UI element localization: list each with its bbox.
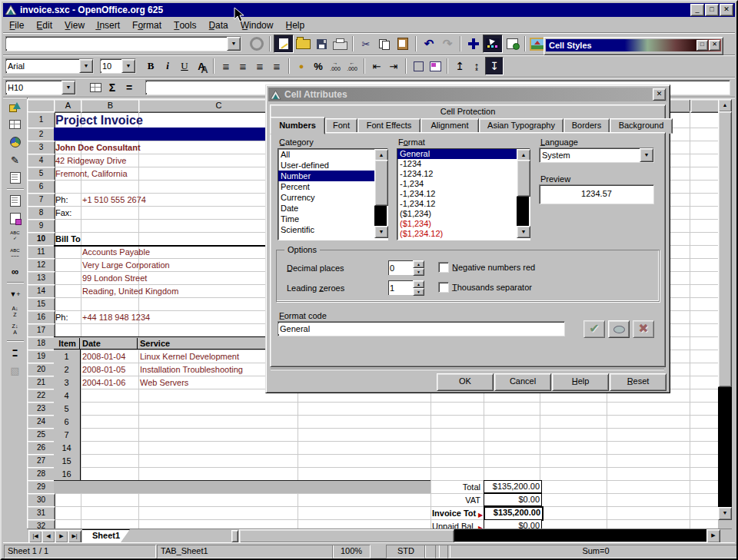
language-dropdown-button[interactable]: ▼	[640, 148, 653, 162]
category-item-scientific[interactable]: Scientific	[278, 224, 387, 235]
format-scrollbar[interactable]: ▲ ▼	[517, 149, 529, 238]
title-bar[interactable]: invoice.sxc - OpenOffice.org 625 _ □ ✕	[3, 3, 735, 17]
spin-down-button[interactable]: ▼	[413, 288, 424, 296]
cell-client-line[interactable]: Accounts Payable	[82, 247, 150, 258]
stylist-maximize-button[interactable]: □	[696, 40, 708, 51]
tab-font[interactable]: Font	[325, 118, 357, 134]
item-number-cell[interactable]: 7	[54, 429, 79, 441]
item-number-cell[interactable]: 2	[54, 364, 79, 376]
category-item-time[interactable]: Time	[278, 214, 387, 224]
menu-file[interactable]: F̲ile	[3, 18, 30, 32]
format-item-8[interactable]: ($1,234.12)	[397, 229, 530, 239]
total-label-1[interactable]: Total	[357, 482, 480, 493]
save-button[interactable]	[312, 35, 331, 52]
category-item-number[interactable]: Number	[278, 171, 387, 181]
number-format-currency-button[interactable]: ●	[293, 58, 310, 75]
format-item-1[interactable]: -1234	[397, 159, 530, 169]
tab-cell-protection[interactable]: Cell Protection	[270, 104, 666, 120]
comment-button[interactable]	[608, 320, 630, 338]
autofilter-button[interactable]: ▼+	[5, 286, 25, 303]
next-sheet-button[interactable]: ▶	[55, 530, 68, 543]
cell-fax-label[interactable]: Fax:	[55, 207, 71, 219]
cell-address1[interactable]: 42 Ridgeway Drive	[55, 155, 126, 167]
leading-zeroes-input[interactable]	[388, 280, 413, 295]
stylist-close-button[interactable]: ✕	[709, 40, 720, 51]
cell-ph2-label[interactable]: Ph:	[55, 312, 68, 323]
cell-phone2[interactable]: +44 118 948 1234	[82, 312, 150, 323]
cell-project-invoice[interactable]: Project Invoice	[55, 113, 143, 128]
confirm-format-button[interactable]: ✔	[583, 320, 605, 338]
ok-button[interactable]: OK	[437, 373, 494, 391]
category-item-percent[interactable]: Percent	[278, 181, 387, 192]
draw-functions-button[interactable]: ✎	[5, 151, 25, 168]
highlighting-button[interactable]	[483, 35, 503, 53]
format-listbox[interactable]: General-1234-1234.12-1,234-1,234.12-1,23…	[397, 148, 530, 240]
item-table-header-date[interactable]: Date	[82, 338, 138, 350]
insert-button[interactable]	[5, 98, 25, 115]
cell-consultant-name[interactable]: John Doe Consultant	[55, 142, 141, 154]
tab-font-effects[interactable]: Font Effects	[357, 118, 421, 134]
auto-spellcheck-button[interactable]: ABC ~~~	[5, 245, 25, 262]
delete-decimal-button[interactable]: ← .000	[344, 58, 361, 75]
stop-loading-button[interactable]	[248, 35, 266, 52]
category-item-date[interactable]: Date	[278, 203, 387, 214]
scroll-down-button[interactable]: ▼	[374, 226, 388, 238]
item-number-cell[interactable]: 15	[54, 456, 79, 467]
insert-chart-button[interactable]	[5, 134, 25, 151]
format-item-3[interactable]: -1,234	[397, 179, 530, 189]
format-item-5[interactable]: -1,234.12	[397, 199, 530, 209]
category-item-currency[interactable]: Currency	[278, 192, 387, 203]
font-name-dropdown-button[interactable]: ▼	[79, 59, 93, 73]
sort-descending-button[interactable]: Z↓ A	[5, 321, 25, 338]
status-selection-mode[interactable]: STD	[386, 545, 426, 558]
menu-insert[interactable]: I̲nsert	[91, 18, 126, 32]
tab-alignment[interactable]: Alignment	[421, 118, 479, 134]
category-item-all[interactable]: All	[278, 149, 387, 160]
item-number-cell[interactable]: 1	[54, 351, 79, 363]
item-date-cell[interactable]: 2004-01-06	[82, 377, 125, 389]
status-page-style[interactable]: TAB_Sheet1	[157, 545, 334, 558]
copy-button[interactable]	[375, 35, 394, 52]
find-replace-button[interactable]: ∞	[5, 263, 25, 280]
scroll-down-button[interactable]: ▼	[517, 226, 530, 238]
cell-client-line[interactable]: Very Large Corporation	[82, 260, 170, 271]
add-decimal-button[interactable]: → .000	[327, 58, 344, 75]
background-color-button[interactable]	[427, 58, 444, 75]
decrease-indent-button[interactable]: ⇤	[368, 58, 385, 75]
item-service-cell[interactable]: Linux Kernel Development	[140, 351, 239, 363]
scroll-thumb[interactable]	[374, 160, 388, 206]
menu-edit[interactable]: E̲dit	[30, 18, 58, 32]
dialog-title-bar[interactable]: Cell Attributes ✕	[268, 88, 667, 101]
form-controls-button[interactable]	[5, 169, 25, 186]
cell-client-line[interactable]: Reading, United Kingdom	[82, 286, 178, 297]
cell-ph-label[interactable]: Ph:	[55, 194, 68, 206]
increase-indent-button[interactable]: ⇥	[385, 58, 402, 75]
align-right-button[interactable]: ≡	[251, 58, 268, 75]
stylist-window[interactable]: Cell Styles □ ✕	[544, 37, 723, 55]
tab-borders[interactable]: Borders	[563, 118, 610, 134]
first-sheet-button[interactable]: |◀	[28, 530, 42, 543]
item-date-cell[interactable]: 2008-01-04	[82, 351, 125, 363]
tab-numbers[interactable]: Numbers	[270, 117, 325, 134]
font-size-dropdown-button[interactable]: ▼	[121, 59, 135, 73]
help-button[interactable]: H̲elp	[552, 373, 609, 391]
menu-window[interactable]: W̲indow	[234, 18, 280, 32]
cancel-button[interactable]: Cancel	[494, 373, 551, 391]
scroll-down-button[interactable]: ▼	[718, 507, 732, 520]
function-button[interactable]: =	[121, 79, 138, 96]
menu-tools[interactable]: T̲ools	[168, 18, 202, 32]
format-code-field[interactable]	[278, 321, 565, 336]
decimal-places-spinner[interactable]: ▲▼	[388, 260, 424, 275]
format-item-6[interactable]: ($1,234)	[397, 209, 530, 219]
total-value-2[interactable]: $0.00	[484, 493, 542, 506]
font-name-input[interactable]	[6, 61, 79, 71]
previous-sheet-button[interactable]: ◀	[42, 530, 55, 543]
align-left-button[interactable]: ≡	[218, 58, 234, 75]
name-box-dropdown-button[interactable]: ▼	[62, 81, 75, 94]
format-code-input[interactable]	[278, 323, 564, 334]
insert-fields-button[interactable]	[5, 192, 25, 209]
scroll-right-button[interactable]: ▶	[706, 529, 720, 543]
cell-reference-input[interactable]	[6, 82, 62, 93]
sum-button[interactable]: Σ	[104, 79, 121, 96]
spin-up-button[interactable]: ▲	[413, 280, 424, 288]
